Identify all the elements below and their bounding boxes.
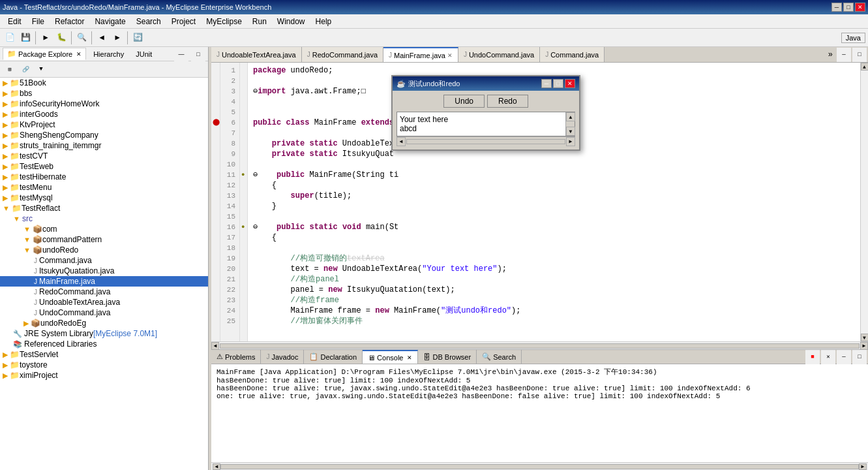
maximize-button[interactable]: □	[843, 3, 854, 12]
dialog-scroll-right[interactable]: ▶	[566, 137, 575, 146]
run-button[interactable]: ▶	[38, 31, 53, 45]
menu-edit[interactable]: Edit	[3, 16, 27, 27]
menu-run[interactable]: Run	[247, 16, 272, 27]
save-button[interactable]: 💾	[18, 31, 33, 45]
menu-project[interactable]: Project	[166, 16, 201, 27]
tab-undoabletextarea[interactable]: J UndoableTextArea.java	[211, 47, 302, 62]
console-maximize-button[interactable]: □	[852, 350, 867, 364]
close-icon[interactable]: ✕	[76, 51, 82, 57]
tree-item-testservlet[interactable]: ▶📁 TestServlet	[0, 349, 208, 360]
bottom-scrollbar-track[interactable]	[220, 464, 859, 469]
editor-v-scrollbar[interactable]: ▲ ▼	[860, 63, 868, 341]
tree-item-jre-lib[interactable]: 🔧 JRE System Library [MyEclipse 7.0M1]	[0, 328, 208, 339]
tree-item-toystore[interactable]: ▶📁 toystore	[0, 360, 208, 370]
tab-hierarchy[interactable]: Hierarchy	[89, 48, 128, 60]
dialog-scroll-down[interactable]: ▼	[566, 127, 575, 136]
tree-item-undoredoeg[interactable]: ▶📦 undoRedoEg	[0, 318, 208, 328]
maximize-panel-button[interactable]: □	[191, 47, 205, 61]
tree-item-undocommand-java[interactable]: J UndoCommand.java	[0, 307, 208, 318]
tab-console[interactable]: 🖥 Console ✕	[363, 350, 418, 364]
tree-item-shengsheng[interactable]: ▶📁 ShengShengCompany	[0, 130, 208, 140]
dialog-text-area[interactable]: Your text here abcd	[397, 112, 565, 136]
tree-item-bbs[interactable]: ▶📁 bbs	[0, 88, 208, 99]
tree-item-itsukyu-java[interactable]: J ItsukyuQuatation.java	[0, 266, 208, 276]
menu-search[interactable]: Search	[131, 16, 166, 27]
tab-db-browser[interactable]: 🗄 DB Browser	[418, 350, 477, 364]
tree-item-infosecurity[interactable]: ▶📁 infoSecurityHomeWork	[0, 99, 208, 109]
tab-search[interactable]: 🔍 Search	[477, 350, 522, 364]
tree-item-testcvt[interactable]: ▶📁 testCVT	[0, 151, 208, 161]
tree-item-referenced-libs[interactable]: 📚 Referenced Libraries	[0, 339, 208, 349]
tree-item-ximiproject[interactable]: ▶📁 ximiProject	[0, 370, 208, 381]
console-stop-button[interactable]: ■	[805, 350, 820, 364]
menu-navigate[interactable]: Navigate	[89, 16, 130, 27]
bottom-scroll-left[interactable]: ◀	[213, 463, 220, 470]
tree-item-testeweb[interactable]: ▶📁 TestEweb	[0, 161, 208, 172]
tab-redocommand[interactable]: J RedoCommand.java	[302, 47, 383, 62]
refresh-button[interactable]: 🔄	[130, 31, 145, 45]
tree-item-com[interactable]: ▼📦 com	[0, 224, 208, 234]
tab-package-explorer[interactable]: 📁 Package Explore ✕	[3, 48, 86, 60]
dialog-maximize-button[interactable]: □	[553, 79, 563, 88]
tab-junit[interactable]: JUnit	[131, 48, 157, 60]
close-button[interactable]: ✕	[855, 3, 865, 12]
scroll-up-button[interactable]: ▲	[861, 63, 869, 70]
link-editor-button[interactable]: 🔗	[18, 62, 33, 76]
tree-item-undoabletextarea-java[interactable]: J UndoableTextArea.java	[0, 297, 208, 307]
dialog-close-button[interactable]: ✕	[565, 79, 575, 88]
tab-javadoc[interactable]: J Javadoc	[261, 350, 304, 364]
console-close-icon[interactable]: ✕	[407, 354, 412, 361]
console-clear-button[interactable]: ✕	[821, 350, 835, 364]
tree-item-redocommand-java[interactable]: J RedoCommand.java	[0, 287, 208, 297]
dialog-scroll-track[interactable]	[566, 121, 575, 127]
tab-undocommand[interactable]: J UndoCommand.java	[458, 47, 540, 62]
undo-button[interactable]: Undo	[443, 95, 485, 108]
forward-button[interactable]: ▶	[110, 31, 125, 45]
tab-command[interactable]: J Command.java	[540, 47, 605, 62]
bottom-h-scrollbar[interactable]: ◀ ▶	[211, 462, 868, 470]
new-button[interactable]: 📄	[3, 31, 17, 45]
tree-item-testhibernate[interactable]: ▶📁 testHibernate	[0, 172, 208, 182]
tree-item-undoredo[interactable]: ▼📦 undoRedo	[0, 245, 208, 255]
dialog-h-scrollbar[interactable]: ◀ ▶	[397, 136, 575, 146]
editor-maximize-button[interactable]: □	[852, 48, 867, 62]
scroll-down-button[interactable]: ▼	[861, 334, 869, 341]
menu-help[interactable]: Help	[310, 16, 337, 27]
tree-item-51book[interactable]: ▶📁 51Book	[0, 78, 208, 88]
tab-close-icon[interactable]: ✕	[447, 52, 453, 59]
tree-item-mainframe-java[interactable]: J MainFrame.java	[0, 276, 208, 287]
tab-declaration[interactable]: 📋 Declaration	[304, 350, 363, 364]
redo-button[interactable]: Redo	[487, 95, 528, 108]
editor-h-scrollbar[interactable]: ◀ ▶	[211, 341, 868, 349]
menu-refactor[interactable]: Refactor	[50, 16, 89, 27]
tree-item-command-java[interactable]: J Command.java	[0, 255, 208, 266]
scroll-left-button[interactable]: ◀	[211, 342, 219, 350]
dialog-scroll-up[interactable]: ▲	[566, 112, 575, 121]
h-scrollbar-track[interactable]	[220, 343, 860, 349]
tree-item-struts[interactable]: ▶📁 struts_training_itemmgr	[0, 140, 208, 151]
tree-area[interactable]: ▶📁 51Book ▶📁 bbs ▶📁 infoSecurityHomeWork…	[0, 78, 208, 470]
tab-overflow-button[interactable]: »	[826, 49, 835, 61]
tab-problems[interactable]: ⚠ Problems	[211, 350, 261, 364]
dialog-h-track[interactable]	[406, 139, 565, 144]
tab-mainframe[interactable]: J MainFrame.java ✕	[383, 47, 458, 62]
minimize-panel-button[interactable]: —	[174, 47, 188, 61]
menu-myeclipse[interactable]: MyEclipse	[201, 16, 247, 27]
tree-item-intergoods[interactable]: ▶📁 interGoods	[0, 109, 208, 119]
collapse-all-button[interactable]: ⊞	[3, 62, 17, 76]
tree-item-src[interactable]: ▼src	[0, 213, 208, 224]
tree-item-testreflact[interactable]: ▼📁 TestReflact	[0, 203, 208, 213]
minimize-button[interactable]: ─	[831, 3, 842, 12]
menu-window[interactable]: Window	[272, 16, 310, 27]
search-icon[interactable]: 🔍	[74, 31, 89, 45]
tree-item-commandpattern[interactable]: ▼📦 commandPattern	[0, 234, 208, 245]
menu-file[interactable]: File	[27, 16, 50, 27]
console-minimize-button[interactable]: —	[837, 350, 851, 364]
perspective-java[interactable]: Java	[841, 33, 865, 43]
panel-menu-button[interactable]: ▼	[34, 62, 48, 76]
dialog-minimize-button[interactable]: ─	[541, 79, 552, 88]
tree-item-testmenu[interactable]: ▶📁 testMenu	[0, 182, 208, 193]
debug-button[interactable]: 🐛	[54, 31, 68, 45]
bottom-scroll-right[interactable]: ▶	[859, 463, 867, 470]
dialog-scroll-left[interactable]: ◀	[397, 137, 406, 146]
